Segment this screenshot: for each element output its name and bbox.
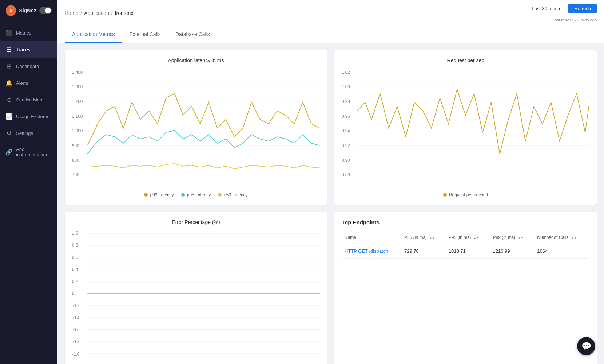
legend-label-p50: p50 Latency xyxy=(224,192,247,197)
sidebar-label-add-instrumentation: Add instrumentation xyxy=(16,147,52,157)
svg-text:1.02: 1.02 xyxy=(342,70,350,75)
endpoint-link[interactable]: HTTP GET /dispatch xyxy=(345,248,388,254)
request-chart-svg: 1.02 1.00 0.98 0.96 0.94 0.92 0.90 0.88 xyxy=(342,68,589,189)
legend-rps: Request per second xyxy=(443,192,488,197)
svg-text:0.90: 0.90 xyxy=(342,158,350,163)
legend-label-p95: p95 Latency xyxy=(187,192,211,197)
col-calls[interactable]: Number of Calls ▲▼ xyxy=(534,231,589,244)
chevron-down-icon: ▾ xyxy=(558,6,561,11)
table-row: HTTP GET /dispatch 729.78 1010.71 1210.9… xyxy=(342,244,589,258)
tab-label-external-calls: External Calls xyxy=(130,31,161,37)
request-chart-card: Request per sec 1.02 1.00 0.98 0.96 0.94… xyxy=(334,50,597,205)
table-header: Name P50 (in ms) ▲▼ P95 (in ms) ▲▼ xyxy=(342,231,589,244)
top-endpoints-table: Name P50 (in ms) ▲▼ P95 (in ms) ▲▼ xyxy=(342,231,589,259)
tab-application-metrics[interactable]: Application Metrics xyxy=(65,26,122,43)
sidebar-logo: S SigNoz xyxy=(0,0,57,21)
time-selector[interactable]: Last 30 min ▾ xyxy=(527,4,565,13)
col-p95[interactable]: P95 (in ms) ▲▼ xyxy=(446,231,490,244)
sidebar-item-usage-explorer[interactable]: 📈 Usage Explorer xyxy=(0,108,57,125)
legend-label-p99: p99 Latency xyxy=(150,192,174,197)
request-legend: Request per second xyxy=(342,192,589,197)
sidebar-label-traces: Traces xyxy=(16,47,30,52)
sidebar-item-add-instrumentation[interactable]: 🔗 Add instrumentation xyxy=(0,141,57,163)
svg-text:1.00: 1.00 xyxy=(342,84,350,89)
svg-text:0.6: 0.6 xyxy=(72,255,78,260)
svg-text:1,300: 1,300 xyxy=(72,84,83,89)
svg-text:1.0: 1.0 xyxy=(72,231,78,236)
legend-dot-rps xyxy=(443,193,447,197)
sidebar-label-alerts: Alerts xyxy=(16,80,28,86)
alerts-icon: 🔔 xyxy=(6,80,12,86)
col-p50[interactable]: P50 (in ms) ▲▼ xyxy=(401,231,446,244)
svg-text:-0.6: -0.6 xyxy=(72,327,80,332)
charts-area: Application latency in ms 1,400 1,300 1,… xyxy=(57,43,604,364)
cell-p50: 729.78 xyxy=(401,244,446,258)
sidebar-item-service-map[interactable]: ⊙ Service Map xyxy=(0,91,57,108)
dashboard-icon: ⊞ xyxy=(6,63,12,69)
legend-p50: p50 Latency xyxy=(218,192,247,197)
breadcrumb-sep-2: / xyxy=(111,10,113,16)
sidebar-label-usage-explorer: Usage Explorer xyxy=(16,114,49,119)
sidebar-item-dashboard[interactable]: ⊞ Dashboard xyxy=(0,58,57,75)
cell-name: HTTP GET /dispatch xyxy=(342,244,401,258)
latency-chart-svg: 1,400 1,300 1,200 1,100 1,000 900 800 70… xyxy=(72,68,320,189)
svg-text:900: 900 xyxy=(72,143,79,148)
svg-text:-0.2: -0.2 xyxy=(72,303,79,308)
tab-label-application-metrics: Application Metrics xyxy=(72,31,115,37)
sidebar-label-metrics: Metrics xyxy=(16,30,31,36)
svg-text:0.96: 0.96 xyxy=(342,114,350,119)
collapse-button[interactable]: ‹ xyxy=(50,354,52,360)
error-chart-card: Error Percentage (%) 1.0 0.8 0.6 0.4 0.2… xyxy=(65,212,327,364)
logo-icon: S xyxy=(6,5,16,16)
svg-text:0: 0 xyxy=(72,291,75,296)
sidebar-item-alerts[interactable]: 🔔 Alerts xyxy=(0,75,57,91)
svg-text:1,200: 1,200 xyxy=(72,99,83,104)
sort-arrows-p50: ▲▼ xyxy=(429,236,435,240)
traces-icon: ☰ xyxy=(6,46,12,53)
sidebar-item-traces[interactable]: ☰ Traces xyxy=(0,41,57,58)
top-endpoints-card: Top Endpoints Name P50 (in ms) ▲▼ xyxy=(334,212,597,364)
usage-explorer-icon: 📈 xyxy=(6,113,12,120)
sidebar-label-service-map: Service Map xyxy=(16,97,42,103)
sort-arrows-p99: ▲▼ xyxy=(518,236,524,240)
refresh-button[interactable]: Refresh xyxy=(568,4,597,13)
sidebar-toggle[interactable] xyxy=(39,7,52,14)
breadcrumb-sep-1: / xyxy=(80,10,82,16)
breadcrumb: Home / Application / frontend xyxy=(65,10,134,16)
tab-database-calls[interactable]: Database Calls xyxy=(168,26,217,43)
svg-text:1,100: 1,100 xyxy=(72,114,83,119)
sidebar: S SigNoz ⬛ Metrics ☰ Traces ⊞ Dashboard … xyxy=(0,0,57,364)
tab-label-database-calls: Database Calls xyxy=(175,31,210,37)
tab-external-calls[interactable]: External Calls xyxy=(122,26,168,43)
sidebar-nav: ⬛ Metrics ☰ Traces ⊞ Dashboard 🔔 Alerts … xyxy=(0,21,57,349)
error-chart-svg: 1.0 0.8 0.6 0.4 0.2 0 -0.2 -0.4 -0.6 -0.… xyxy=(72,229,320,359)
sort-arrows-p95: ▲▼ xyxy=(474,236,480,240)
header: Home / Application / frontend Last 30 mi… xyxy=(57,0,604,26)
add-instrumentation-icon: 🔗 xyxy=(6,149,12,155)
svg-text:1,400: 1,400 xyxy=(72,70,83,75)
table-header-row: Name P50 (in ms) ▲▼ P95 (in ms) ▲▼ xyxy=(342,231,589,244)
sidebar-item-settings[interactable]: ⚙ Settings xyxy=(0,125,57,141)
breadcrumb-home[interactable]: Home xyxy=(65,10,78,16)
metrics-icon: ⬛ xyxy=(6,29,12,36)
breadcrumb-application[interactable]: Application xyxy=(84,10,109,16)
chat-button[interactable]: 💬 xyxy=(577,337,595,355)
charts-row-2: Error Percentage (%) 1.0 0.8 0.6 0.4 0.2… xyxy=(65,212,597,364)
col-p99[interactable]: P99 (in ms) ▲▼ xyxy=(490,231,535,244)
top-endpoints-title: Top Endpoints xyxy=(342,219,589,225)
header-controls: Last 30 min ▾ Refresh xyxy=(527,4,597,13)
svg-text:0.92: 0.92 xyxy=(342,143,350,148)
cell-calls: 1664 xyxy=(534,244,589,258)
legend-p99: p99 Latency xyxy=(144,192,174,197)
logo-text: SigNoz xyxy=(19,8,36,13)
sidebar-bottom: ‹ xyxy=(0,349,57,364)
main-content: Home / Application / frontend Last 30 mi… xyxy=(57,0,604,364)
sidebar-item-metrics[interactable]: ⬛ Metrics xyxy=(0,24,57,41)
last-refresh-label: Last refresh - 2 mins ago xyxy=(552,18,597,22)
svg-text:-0.8: -0.8 xyxy=(72,339,80,344)
svg-text:0.98: 0.98 xyxy=(342,99,350,104)
sidebar-label-settings: Settings xyxy=(16,131,33,136)
legend-dot-p95 xyxy=(181,193,185,197)
time-selector-label: Last 30 min xyxy=(532,6,556,11)
legend-dot-p50 xyxy=(218,193,222,197)
